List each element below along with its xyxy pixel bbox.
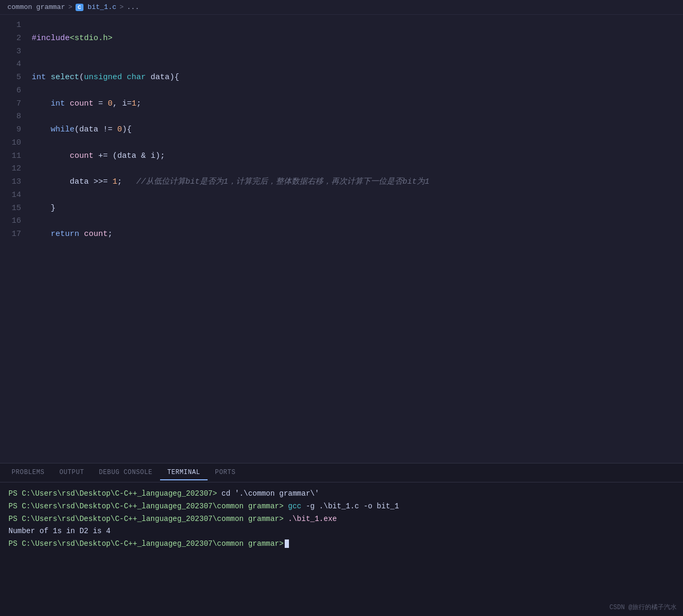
breadcrumb-sep1: >: [68, 3, 72, 11]
code-editor[interactable]: 1 2 3 4 5 6 7 8 9 10 11 12 13 14 15 16 1…: [0, 15, 683, 239]
empty-editor-space: [0, 239, 683, 463]
code-content: #include<stdio.h> int select(unsigned ch…: [27, 15, 683, 239]
breadcrumb: common grammar > C bit_1.c > ...: [0, 0, 683, 15]
terminal-panel: PROBLEMS OUTPUT DEBUG CONSOLE TERMINAL P…: [0, 463, 683, 616]
watermark: CSDN @旅行的橘子汽水: [610, 603, 677, 612]
breadcrumb-filename: bit_1.c: [88, 3, 117, 11]
tab-ports[interactable]: PORTS: [208, 466, 243, 480]
terminal-content[interactable]: PS C:\Users\rsd\Desktop\C-C++_languageg_…: [0, 482, 683, 616]
tab-problems[interactable]: PROBLEMS: [4, 466, 52, 480]
breadcrumb-ellipsis: ...: [127, 3, 139, 11]
c-language-icon: C: [76, 4, 83, 11]
tab-output[interactable]: OUTPUT: [52, 466, 91, 480]
breadcrumb-sep2: >: [119, 3, 124, 11]
terminal-tabs: PROBLEMS OUTPUT DEBUG CONSOLE TERMINAL P…: [0, 463, 683, 482]
terminal-line-5: PS C:\Users\rsd\Desktop\C-C++_languageg_…: [8, 538, 675, 551]
main-layout: common grammar > C bit_1.c > ... 1 2 3 4…: [0, 0, 683, 616]
terminal-line-3: PS C:\Users\rsd\Desktop\C-C++_languageg_…: [8, 513, 675, 526]
terminal-line-4: Number of 1s in D2 is 4: [8, 525, 675, 538]
breadcrumb-path: common grammar: [7, 3, 65, 11]
tab-terminal[interactable]: TERMINAL: [160, 466, 208, 480]
line-numbers: 1 2 3 4 5 6 7 8 9 10 11 12 13 14 15 16 1…: [0, 15, 27, 239]
terminal-line-2: PS C:\Users\rsd\Desktop\C-C++_languageg_…: [8, 500, 675, 513]
tab-debug-console[interactable]: DEBUG CONSOLE: [91, 466, 160, 480]
terminal-line-1: PS C:\Users\rsd\Desktop\C-C++_languageg_…: [8, 488, 675, 500]
